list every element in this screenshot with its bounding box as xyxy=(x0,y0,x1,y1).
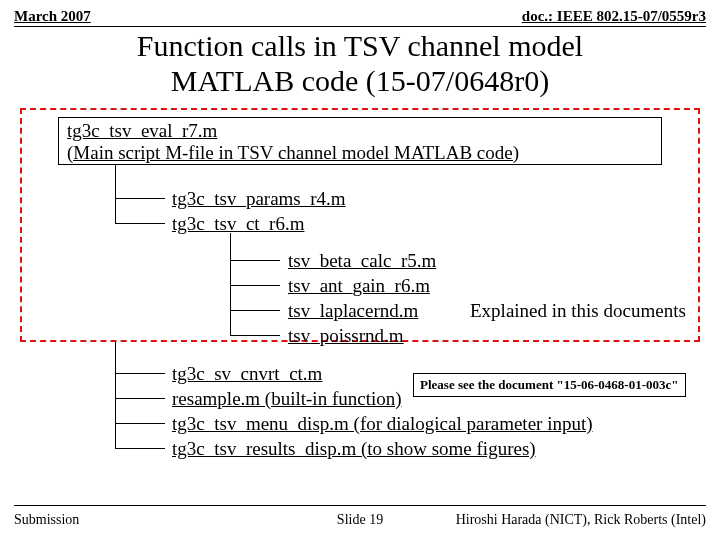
file-level1b-a: tg3c_sv_cnvrt_ct.m xyxy=(172,363,322,385)
tree-line xyxy=(115,198,165,199)
main-file-desc: (Main script M-file in TSV channel model… xyxy=(67,142,653,164)
tree-line xyxy=(115,398,165,399)
tree-line xyxy=(230,260,280,261)
file-level2-d: tsv_poissrnd.m xyxy=(288,325,404,347)
tree-line xyxy=(230,285,280,286)
tree-line xyxy=(115,342,116,448)
file-level1b-b: resample.m (built-in function) xyxy=(172,388,402,410)
footer-slide-number: Slide 19 xyxy=(337,512,383,528)
file-level2-c: tsv_laplacernd.m xyxy=(288,300,418,322)
tree-line xyxy=(230,335,280,336)
tree-line xyxy=(230,310,280,311)
file-level2-b: tsv_ant_gain_r6.m xyxy=(288,275,430,297)
header-docid: doc.: IEEE 802.15-07/0559r3 xyxy=(522,8,706,25)
tree-line xyxy=(115,373,165,374)
title-line-1: Function calls in TSV channel model xyxy=(20,29,700,64)
slide-footer: Submission Slide 19 Hiroshi Harada (NICT… xyxy=(14,512,706,528)
main-file-box: tg3c_tsv_eval_r7.m (Main script M-file i… xyxy=(58,117,662,165)
header-rule xyxy=(14,26,706,27)
file-level1-b: tg3c_tsv_ct_r6.m xyxy=(172,213,304,235)
file-level1b-d: tg3c_tsv_results_disp.m (to show some fi… xyxy=(172,438,536,460)
slide-title: Function calls in TSV channel model MATL… xyxy=(0,29,720,98)
footer-authors: Hiroshi Harada (NICT), Rick Roberts (Int… xyxy=(456,512,706,528)
tree-line xyxy=(230,233,231,335)
tree-line xyxy=(115,223,165,224)
main-file-name: tg3c_tsv_eval_r7.m xyxy=(67,120,653,142)
tree-line xyxy=(115,423,165,424)
footer-left: Submission xyxy=(14,512,79,528)
note-please-see: Please see the document "15-06-0468-01-0… xyxy=(413,373,686,397)
file-level2-a: tsv_beta_calc_r5.m xyxy=(288,250,436,272)
file-level1b-c: tg3c_tsv_menu_disp.m (for dialogical par… xyxy=(172,413,593,435)
title-line-2: MATLAB code (15-07/0648r0) xyxy=(20,64,700,99)
slide-header: March 2007 doc.: IEEE 802.15-07/0559r3 xyxy=(0,0,720,25)
note-explained: Explained in this documents xyxy=(470,300,686,322)
footer-rule xyxy=(14,505,706,506)
tree-line xyxy=(115,448,165,449)
tree-line xyxy=(115,165,116,223)
file-level1-a: tg3c_tsv_params_r4.m xyxy=(172,188,346,210)
header-date: March 2007 xyxy=(14,8,91,25)
